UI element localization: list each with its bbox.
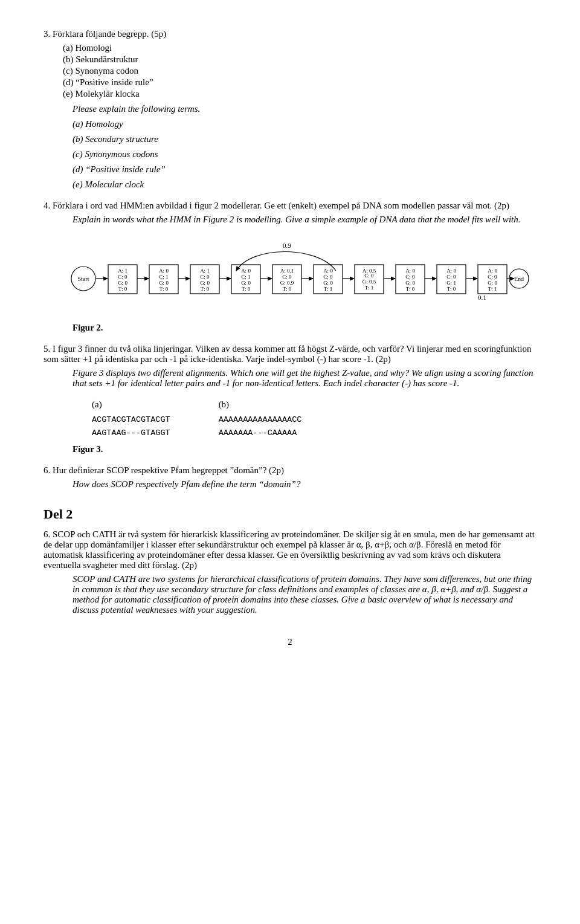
question-6: 6. Hur definierar SCOP respektive Pfam b… [44, 465, 536, 489]
svg-text:T: 0: T: 0 [242, 286, 251, 292]
align-a-label: (a) [92, 399, 170, 410]
svg-text:G: 0: G: 0 [200, 280, 210, 286]
svg-text:C: 1: C: 1 [159, 274, 168, 280]
q3-italic-a: (a) Homology [72, 119, 536, 129]
q3-italic-intro: Please explain the following terms. [72, 104, 536, 114]
question-3: 3. Förklara följande begrepp. (5p) (a) H… [44, 29, 536, 190]
question-5: 5. I figur 3 finner du två olika linjeri… [44, 344, 536, 454]
svg-text:C: 0: C: 0 [282, 274, 292, 280]
svg-text:Start: Start [78, 276, 89, 282]
q6b-header: 6. SCOP och CATH är två system för hiera… [44, 529, 536, 570]
svg-text:T: 0: T: 0 [447, 286, 456, 292]
alignment-container: (a) ACGTACGTACGTACGT AAGTAAG---GTAGGT (b… [92, 399, 536, 439]
svg-text:T: 0: T: 0 [406, 286, 415, 292]
svg-text:T: 1: T: 1 [365, 285, 373, 291]
svg-text:A: 1: A: 1 [200, 268, 210, 274]
svg-text:A: 0: A: 0 [488, 268, 497, 274]
svg-text:G: 0: G: 0 [118, 280, 127, 286]
align-b-label: (b) [219, 399, 302, 410]
svg-text:T: 1: T: 1 [488, 286, 497, 292]
svg-text:C: 0: C: 0 [488, 274, 497, 280]
align-b-seq1: AAAAAAAAAAAAAAACC [219, 413, 302, 427]
q3-italic-c: (c) Synonymous codons [72, 149, 536, 160]
q4-italic: Explain in words what the HMM in Figure … [72, 215, 536, 225]
arc-label-01: 0.1 [478, 294, 486, 301]
svg-text:G: 0: G: 0 [405, 280, 415, 286]
align-b-seq: AAAAAAAAAAAAAAACC AAAAAAA---CAAAAA [219, 413, 302, 439]
svg-text:T: 1: T: 1 [324, 286, 332, 292]
q6-italic: How does SCOP respectively Pfam define t… [72, 479, 536, 489]
q3-item-d: (d) “Positive inside rule” [63, 77, 536, 88]
svg-text:End: End [514, 276, 524, 282]
svg-text:A: 0.1: A: 0.1 [280, 268, 294, 274]
svg-text:G: 0: G: 0 [241, 280, 251, 286]
svg-text:C: 0: C: 0 [118, 274, 127, 280]
q3-item-b: (b) Sekundärstruktur [63, 54, 536, 65]
q3-item-e: (e) Molekylär klocka [63, 89, 536, 99]
alignment-a: (a) ACGTACGTACGTACGT AAGTAAG---GTAGGT [92, 399, 170, 439]
q4-italic-text: Explain in words what the HMM in Figure … [72, 215, 536, 225]
svg-text:T: 0: T: 0 [201, 286, 210, 292]
figur3-label: Figur 3. [72, 444, 536, 454]
question-4: 4. Förklara i ord vad HMM:en avbildad i … [44, 201, 536, 333]
q6b-italic: SCOP and CATH are two systems for hierar… [72, 574, 536, 615]
q3-item-a: (a) Homologi [63, 43, 536, 53]
del2-section: Del 2 6. SCOP och CATH är två system för… [44, 506, 536, 615]
q6-header: 6. Hur definierar SCOP respektive Pfam b… [44, 465, 536, 476]
q3-italic-b: (b) Secondary structure [72, 134, 536, 144]
q5-header: 5. I figur 3 finner du två olika linjeri… [44, 344, 536, 364]
svg-text:G: 0.5: G: 0.5 [362, 279, 376, 285]
del2-header: Del 2 [44, 506, 536, 522]
svg-text:C: 0: C: 0 [405, 274, 415, 280]
svg-text:T: 0: T: 0 [283, 286, 292, 292]
hmm-svg: 0.9 0.1 Start A: 1 C: 0 G: 0 T: 0 A: 0 [58, 239, 529, 318]
q3-header: 3. Förklara följande begrepp. (5p) [44, 29, 536, 39]
svg-text:G: 0: G: 0 [323, 280, 333, 286]
page-number: 2 [288, 637, 292, 647]
align-a-seq2: AAGTAAG---GTAGGT [92, 427, 170, 440]
q5-italic-text: Figure 3 displays two different alignmen… [72, 368, 536, 389]
svg-text:T: 0: T: 0 [160, 286, 169, 292]
q6-italic-text: How does SCOP respectively Pfam define t… [72, 479, 536, 489]
align-b-seq2: AAAAAAA---CAAAAA [219, 427, 302, 440]
svg-text:C: 0: C: 0 [364, 273, 374, 279]
q6b-italic-text: SCOP and CATH are two systems for hierar… [72, 574, 536, 615]
q4-header: 4. Förklara i ord vad HMM:en avbildad i … [44, 201, 536, 211]
svg-text:A: 0: A: 0 [241, 268, 251, 274]
q3-italic-d: (d) “Positive inside rule” [72, 164, 536, 175]
alignment-b: (b) AAAAAAAAAAAAAAACC AAAAAAA---CAAAAA [219, 399, 302, 439]
hmm-diagram: 0.9 0.1 Start A: 1 C: 0 G: 0 T: 0 A: 0 [58, 239, 529, 318]
page-number-container: 2 [44, 637, 536, 647]
q3-italic-block: Please explain the following terms. (a) … [72, 104, 536, 190]
q5-italic: Figure 3 displays two different alignmen… [72, 368, 536, 389]
svg-text:C: 0: C: 0 [200, 274, 210, 280]
svg-text:A: 0: A: 0 [446, 268, 456, 274]
align-a-seq1: ACGTACGTACGTACGT [92, 413, 170, 427]
svg-text:A: 1: A: 1 [118, 268, 127, 274]
svg-text:G: 0.9: G: 0.9 [280, 280, 294, 286]
q3-item-c: (c) Synonyma codon [63, 66, 536, 76]
svg-text:C: 1: C: 1 [241, 274, 250, 280]
svg-text:A: 0: A: 0 [159, 268, 169, 274]
svg-text:C: 0: C: 0 [446, 274, 456, 280]
svg-text:G: 1: G: 1 [446, 280, 456, 286]
svg-text:G: 0: G: 0 [488, 280, 497, 286]
q3-list: (a) Homologi (b) Sekundärstruktur (c) Sy… [63, 43, 536, 99]
svg-text:A: 0: A: 0 [405, 268, 415, 274]
q3-italic-e: (e) Molecular clock [72, 179, 536, 190]
arc-label-09: 0.9 [283, 242, 291, 249]
figur2-label: Figur 2. [72, 323, 536, 333]
svg-text:G: 0: G: 0 [159, 280, 169, 286]
align-a-seq: ACGTACGTACGTACGT AAGTAAG---GTAGGT [92, 413, 170, 439]
svg-text:A: 0: A: 0 [323, 268, 333, 274]
svg-text:T: 0: T: 0 [118, 286, 127, 292]
question-6b: 6. SCOP och CATH är två system för hiera… [44, 529, 536, 615]
svg-text:C: 0: C: 0 [323, 274, 333, 280]
